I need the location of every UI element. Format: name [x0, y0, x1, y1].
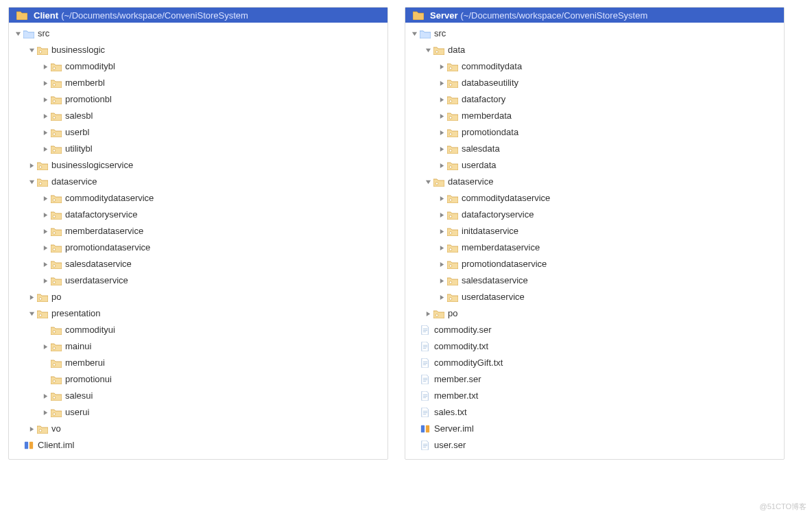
tree-row[interactable]: po [405, 305, 784, 322]
chevron-right-icon[interactable] [40, 91, 50, 108]
tree-row[interactable]: initdataservice [405, 223, 784, 239]
chevron-right-icon[interactable] [40, 239, 50, 256]
tree-row[interactable]: salesdataservice [405, 272, 784, 289]
tree-row[interactable]: salesdataservice [9, 256, 387, 272]
chevron-right-icon[interactable] [437, 256, 446, 272]
tree-row[interactable]: vo [9, 421, 387, 437]
chevron-down-icon[interactable] [27, 42, 36, 58]
tree-row[interactable]: presentation [9, 305, 387, 322]
tree-row[interactable]: userui [9, 404, 387, 421]
tree-row[interactable]: datafactory [405, 91, 784, 108]
chevron-right-icon[interactable] [437, 75, 446, 91]
tree-row[interactable]: src [405, 25, 784, 42]
tree-row[interactable]: promotiondataservice [405, 256, 784, 272]
tree-row[interactable]: promotiondata [405, 124, 784, 141]
svg-point-27 [53, 248, 56, 251]
chevron-right-icon[interactable] [437, 223, 446, 239]
tree-row[interactable]: salesbl [9, 108, 387, 124]
tree-row[interactable]: promotionbl [9, 91, 387, 108]
tree-row[interactable]: commodityui [9, 322, 387, 338]
chevron-right-icon[interactable] [437, 124, 446, 141]
chevron-right-icon[interactable] [437, 58, 446, 75]
chevron-right-icon[interactable] [40, 207, 50, 223]
tree-row[interactable]: datafactoryservice [9, 207, 387, 223]
tree-row[interactable]: commoditydataservice [9, 190, 387, 207]
chevron-right-icon[interactable] [40, 338, 50, 355]
chevron-down-icon[interactable] [423, 174, 433, 190]
tree-row[interactable]: userdata [405, 157, 784, 174]
server-header[interactable]: Server (~/Documents/workspace/ConveniSto… [405, 8, 784, 23]
svg-rect-85 [421, 425, 425, 433]
tree-row[interactable]: memberbl [9, 75, 387, 91]
tree-row[interactable]: userdataservice [9, 272, 387, 289]
tree-row[interactable]: commoditydata [405, 58, 784, 75]
chevron-right-icon[interactable] [437, 157, 446, 174]
tree-row[interactable]: commodity.ser [405, 322, 784, 338]
tree-row[interactable]: member.ser [405, 371, 784, 388]
svg-marker-73 [440, 228, 443, 233]
tree-row[interactable]: commoditybl [9, 58, 387, 75]
tree-row[interactable]: sales.txt [405, 404, 784, 421]
chevron-right-icon[interactable] [437, 190, 446, 207]
tree-row[interactable]: commoditydataservice [405, 190, 784, 207]
chevron-right-icon[interactable] [40, 190, 50, 207]
tree-row[interactable]: promotiondataservice [9, 239, 387, 256]
chevron-right-icon[interactable] [27, 289, 36, 305]
chevron-right-icon[interactable] [40, 141, 50, 157]
tree-row[interactable]: userbl [9, 124, 387, 141]
chevron-down-icon[interactable] [423, 42, 433, 58]
chevron-down-icon[interactable] [13, 25, 23, 42]
client-header[interactable]: Client (~/Documents/workspace/ConveniSto… [9, 8, 387, 23]
chevron-right-icon[interactable] [437, 207, 446, 223]
chevron-down-icon[interactable] [27, 174, 36, 190]
chevron-right-icon[interactable] [437, 289, 446, 305]
tree-row[interactable]: mainui [9, 338, 387, 355]
tree-row[interactable]: memberui [9, 355, 387, 371]
chevron-right-icon[interactable] [437, 272, 446, 289]
tree-row[interactable]: memberdata [405, 108, 784, 124]
tree-row[interactable]: businesslogic [9, 42, 387, 58]
tree-row[interactable]: dataservice [405, 174, 784, 190]
tree-row[interactable]: po [9, 289, 387, 305]
tree-row[interactable]: salesui [9, 388, 387, 404]
tree-row[interactable]: datafactoryservice [405, 207, 784, 223]
tree-row[interactable]: Server.iml [405, 421, 784, 437]
chevron-right-icon[interactable] [27, 157, 36, 174]
chevron-right-icon[interactable] [423, 305, 433, 322]
package-icon [50, 209, 62, 221]
tree-row[interactable]: member.txt [405, 388, 784, 404]
tree-row[interactable]: salesdata [405, 141, 784, 157]
tree-row[interactable]: dataservice [9, 174, 387, 190]
chevron-right-icon[interactable] [40, 58, 50, 75]
chevron-right-icon[interactable] [40, 272, 50, 289]
tree-row[interactable]: commodity.txt [405, 338, 784, 355]
chevron-right-icon[interactable] [437, 91, 446, 108]
chevron-right-icon[interactable] [40, 108, 50, 124]
svg-point-39 [53, 364, 56, 366]
tree-row[interactable]: data [405, 42, 784, 58]
chevron-right-icon[interactable] [40, 223, 50, 239]
chevron-right-icon[interactable] [40, 404, 50, 421]
chevron-right-icon[interactable] [437, 141, 446, 157]
tree-row[interactable]: databaseutility [405, 75, 784, 91]
chevron-right-icon[interactable] [437, 239, 446, 256]
chevron-down-icon[interactable] [27, 305, 36, 322]
chevron-right-icon[interactable] [437, 108, 446, 124]
chevron-right-icon[interactable] [40, 75, 50, 91]
tree-row[interactable]: utilitybl [9, 141, 387, 157]
tree-row[interactable]: memberdataservice [405, 239, 784, 256]
tree-row[interactable]: Client.iml [9, 437, 387, 454]
tree-row[interactable]: memberdataservice [9, 223, 387, 239]
tree-label: commoditybl [65, 58, 115, 75]
tree-row[interactable]: userdataservice [405, 289, 784, 305]
chevron-right-icon[interactable] [40, 124, 50, 141]
chevron-right-icon[interactable] [27, 421, 36, 437]
chevron-right-icon[interactable] [40, 388, 50, 404]
tree-row[interactable]: businesslogicservice [9, 157, 387, 174]
tree-row[interactable]: src [9, 25, 387, 42]
tree-row[interactable]: promotionui [9, 371, 387, 388]
chevron-right-icon[interactable] [40, 256, 50, 272]
tree-row[interactable]: commodityGift.txt [405, 355, 784, 371]
tree-row[interactable]: user.ser [405, 437, 784, 454]
chevron-down-icon[interactable] [409, 25, 419, 42]
